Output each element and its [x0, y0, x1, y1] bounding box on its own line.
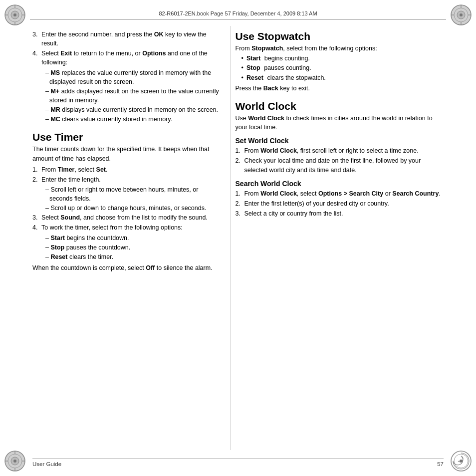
sub-items-block: MS replaces the value currently stored i…: [39, 68, 221, 124]
use-stopwatch-section: Use Stopwatch From Stopwatch, select fro…: [236, 30, 444, 93]
corner-decoration-br: [450, 450, 472, 472]
item-3-number: 3.: [32, 30, 39, 48]
timer-step-4: 4. To work the timer, select from the fo…: [32, 223, 221, 232]
world-clock-section: World Clock Use World Clock to check tim…: [236, 100, 444, 218]
footer: User Guide 57: [32, 459, 444, 467]
set-world-clock-heading: Set World Clock: [236, 137, 444, 145]
main-content: 3. Enter the second number, and press th…: [32, 26, 444, 450]
search-world-clock-section: Search World Clock 1. From World Clock, …: [236, 180, 444, 218]
timer-step-4-sub: Start begins the countdown. Stop pauses …: [39, 234, 221, 261]
world-clock-heading: World Clock: [236, 100, 444, 112]
stopwatch-bullet-start: Start begins counting.: [241, 54, 444, 63]
set-wc-step-2: 2. Check your local time and date on the…: [236, 156, 444, 174]
corner-decoration-bl: [4, 450, 26, 472]
search-wc-step-2: 2. Enter the first letter(s) of your des…: [236, 199, 444, 208]
item-4-number: 4.: [32, 49, 39, 67]
svg-point-26: [460, 460, 463, 463]
timer-step-1: 1. From Timer, select Set.: [32, 165, 221, 174]
timer-outro: When the countdown is complete, select O…: [32, 263, 221, 272]
intro-item-3: 3. Enter the second number, and press th…: [32, 30, 221, 48]
timer-step-2: 2. Enter the time length.: [32, 175, 221, 184]
page: 82-R6017-2EN.book Page 57 Friday, Decemb…: [0, 0, 476, 476]
sub-item-mr: MR displays value currently stored in me…: [49, 105, 221, 114]
use-stopwatch-intro: From Stopwatch, select from the followin…: [236, 44, 444, 53]
timer-step-2-sub: Scroll left or right to move between hou…: [39, 185, 221, 213]
corner-decoration-tr: [450, 4, 472, 26]
intro-item-4: 4. Select Exit to return to the menu, or…: [32, 49, 221, 67]
use-timer-heading: Use Timer: [32, 131, 221, 143]
search-wc-step-1: 1. From World Clock, select Options > Se…: [236, 189, 444, 198]
item-3-text: Enter the second number, and press the O…: [41, 30, 221, 48]
header-text: 82-R6017-2EN.book Page 57 Friday, Decemb…: [159, 10, 317, 16]
search-world-clock-heading: Search World Clock: [236, 180, 444, 188]
sub-item-mplus: M+ adds displayed result on the screen t…: [49, 87, 221, 105]
svg-point-19: [13, 460, 16, 463]
timer-step-3: 3. Select Sound, and choose from the lis…: [32, 213, 221, 222]
stopwatch-outro: Press the Back key to exit.: [236, 84, 444, 93]
footer-right: 57: [437, 461, 444, 467]
corner-decoration-tl: [4, 4, 26, 26]
use-stopwatch-heading: Use Stopwatch: [236, 30, 444, 42]
set-world-clock-section: Set World Clock 1. From World Clock, fir…: [236, 137, 444, 174]
right-column: Use Stopwatch From Stopwatch, select fro…: [230, 26, 444, 450]
item-4-text: Select Exit to return to the menu, or Op…: [41, 49, 221, 67]
stopwatch-bullet-reset: Reset clears the stopwatch.: [241, 73, 444, 82]
header-bar: 82-R6017-2EN.book Page 57 Friday, Decemb…: [30, 9, 446, 20]
stopwatch-bullet-stop: Stop pauses counting.: [241, 63, 444, 72]
left-column: 3. Enter the second number, and press th…: [32, 26, 230, 450]
world-clock-intro: Use World Clock to check times in cities…: [236, 114, 444, 132]
use-timer-intro: The timer counts down for the specified …: [32, 145, 221, 163]
svg-point-11: [460, 13, 463, 16]
set-wc-step-1: 1. From World Clock, first scroll left o…: [236, 146, 444, 155]
sub-item-ms: MS replaces the value currently stored i…: [49, 68, 221, 86]
sub-item-mc: MC clears value currently stored in memo…: [49, 115, 221, 124]
search-wc-step-3: 3. Select a city or country from the lis…: [236, 209, 444, 218]
svg-point-3: [13, 13, 16, 16]
footer-left: User Guide: [32, 461, 61, 467]
use-timer-section: Use Timer The timer counts down for the …: [32, 131, 221, 272]
